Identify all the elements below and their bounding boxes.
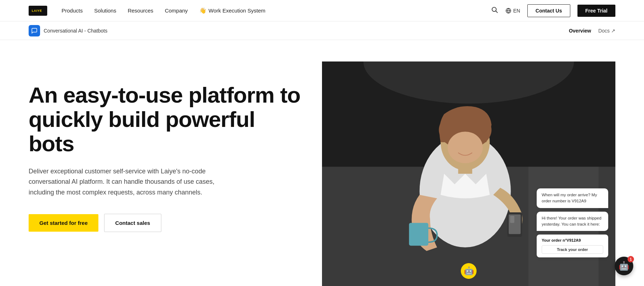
nav-resources[interactable]: Resources	[128, 8, 153, 14]
contact-sales-button[interactable]: Contact sales	[104, 214, 161, 232]
nav-links: Products Solutions Resources Company 👋 W…	[62, 7, 265, 14]
sub-nav-title: Conversational AI - Chatbots	[44, 28, 107, 34]
svg-rect-20	[510, 216, 514, 223]
main-nav: LAIYE Products Solutions Resources Compa…	[0, 0, 644, 21]
logo[interactable]: LAIYE	[29, 6, 47, 16]
nav-right: EN Contact Us Free Trial	[491, 4, 615, 17]
get-started-button[interactable]: Get started for free	[29, 214, 98, 232]
logo-box: LAIYE	[29, 6, 47, 16]
chat-user-bubble: When will my order arrive? My order numb…	[537, 188, 608, 208]
svg-text:LAIYE: LAIYE	[32, 9, 42, 13]
bot-widget-icon: 🤖	[619, 261, 629, 271]
track-order-button[interactable]: Track your order	[542, 245, 603, 254]
work-exec-emoji: 👋	[199, 7, 206, 14]
nav-products[interactable]: Products	[62, 8, 83, 14]
chat-card: Your order n°V912A9 Track your order	[537, 235, 608, 257]
chat-overlay: When will my order arrive? My order numb…	[537, 188, 608, 257]
work-exec-label: Work Execution System	[209, 8, 265, 14]
chat-widget[interactable]: 🤖 1	[615, 257, 633, 275]
search-button[interactable]	[491, 6, 498, 15]
sub-nav-right: Overview Docs ↗	[569, 28, 615, 34]
hero-description: Deliver exceptional customer self-servic…	[29, 166, 215, 198]
hero-bot-icon: 🤖	[461, 263, 477, 279]
contact-button[interactable]: Contact Us	[527, 4, 570, 17]
free-trial-button[interactable]: Free Trial	[577, 5, 615, 17]
hero-section: An easy-to-use platform to quickly build…	[0, 40, 644, 286]
hero-image: When will my order arrive? My order numb…	[322, 61, 615, 286]
chat-bot-bubble: Hi there! Your order was shipped yesterd…	[537, 212, 608, 231]
nav-work-exec[interactable]: 👋 Work Execution System	[199, 7, 265, 14]
sub-nav: Conversational AI - Chatbots Overview Do…	[0, 21, 644, 40]
language-selector[interactable]: EN	[505, 8, 520, 14]
nav-solutions[interactable]: Solutions	[94, 8, 116, 14]
hero-right: When will my order arrive? My order numb…	[322, 61, 615, 286]
language-label: EN	[513, 8, 520, 14]
sub-nav-overview[interactable]: Overview	[569, 28, 591, 34]
hero-left: An easy-to-use platform to quickly build…	[29, 61, 322, 286]
sub-nav-left: Conversational AI - Chatbots	[29, 25, 107, 36]
svg-point-16	[448, 132, 483, 163]
sub-nav-icon	[29, 25, 40, 36]
chat-card-order: Your order n°V912A9	[542, 238, 603, 242]
nav-left: LAIYE Products Solutions Resources Compa…	[29, 6, 265, 16]
bot-badge: 1	[628, 256, 634, 262]
hero-title: An easy-to-use platform to quickly build…	[29, 83, 301, 156]
nav-company[interactable]: Company	[165, 8, 188, 14]
svg-line-3	[496, 11, 498, 13]
svg-rect-17	[409, 223, 428, 246]
hero-buttons: Get started for free Contact sales	[29, 214, 301, 232]
sub-nav-docs[interactable]: Docs ↗	[598, 28, 615, 34]
